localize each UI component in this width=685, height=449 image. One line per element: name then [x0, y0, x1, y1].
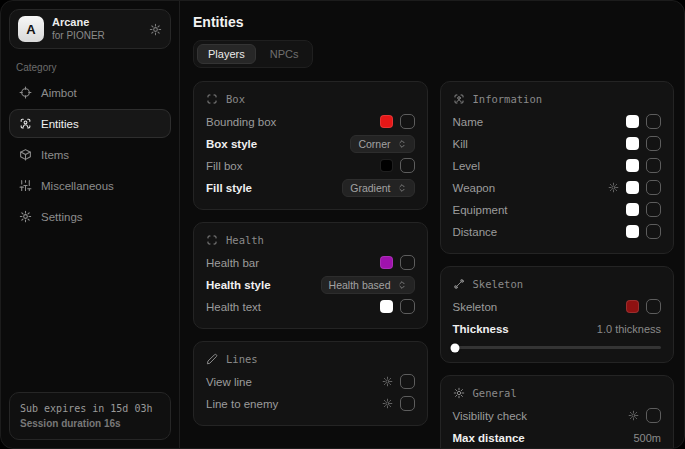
crosshair-icon	[19, 86, 32, 99]
corners-icon	[206, 93, 218, 105]
bone-icon	[453, 278, 465, 290]
subscription-info: Sub expires in 15d 03h Session duration …	[9, 392, 171, 440]
sidebar-item-items[interactable]: Items	[9, 140, 171, 169]
level-checkbox[interactable]	[646, 158, 661, 173]
sidebar-item-label: Settings	[41, 211, 83, 223]
row-name: Name	[453, 111, 662, 132]
category-label: Category	[16, 62, 164, 73]
slider-thumb[interactable]	[450, 343, 459, 352]
tab-players[interactable]: Players	[197, 44, 256, 64]
row-label: Health style	[206, 279, 271, 291]
kill-checkbox[interactable]	[646, 136, 661, 151]
person-scan-icon	[19, 117, 32, 130]
view-line-checkbox[interactable]	[400, 374, 415, 389]
section-title: Information	[473, 93, 543, 105]
app-window: A Arcane for PIONER Category AimbotEntit…	[0, 0, 685, 449]
row-label: Fill style	[206, 182, 252, 194]
name-checkbox[interactable]	[646, 114, 661, 129]
row-label: Health text	[206, 301, 261, 313]
section-title: Box	[226, 93, 245, 105]
box-style-dropdown[interactable]: Corner	[350, 135, 414, 153]
page-title: Entities	[193, 14, 674, 30]
main-panel: Entities PlayersNPCs BoxBounding boxBox …	[180, 1, 684, 448]
left-column: BoxBounding boxBox styleCornerFill boxFi…	[193, 81, 428, 426]
row-label: Bounding box	[206, 116, 276, 128]
row-label: Max distance	[453, 432, 525, 444]
gear-icon[interactable]	[628, 410, 639, 421]
row-visibility-check: Visibility check	[453, 405, 662, 426]
tab-npcs[interactable]: NPCs	[259, 44, 310, 64]
health-style-dropdown[interactable]: Health based	[321, 276, 415, 294]
row-label: Equipment	[453, 204, 508, 216]
sidebar-item-aimbot[interactable]: Aimbot	[9, 78, 171, 107]
weapon-checkbox[interactable]	[646, 180, 661, 195]
bounding-box-color-swatch[interactable]	[380, 115, 393, 128]
chevrons-up-down-icon	[397, 183, 407, 193]
row-label: Distance	[453, 226, 498, 238]
row-fill-style: Fill styleGradient	[206, 177, 415, 198]
thickness-slider[interactable]	[453, 346, 662, 349]
row-health-text: Health text	[206, 296, 415, 317]
skeleton-checkbox[interactable]	[646, 299, 661, 314]
health-bar-checkbox[interactable]	[400, 255, 415, 270]
row-label: View line	[206, 376, 252, 388]
gear-icon[interactable]	[608, 182, 619, 193]
brand-card: A Arcane for PIONER	[9, 9, 171, 49]
row-label: Box style	[206, 138, 257, 150]
equipment-color-swatch[interactable]	[626, 203, 639, 216]
row-label: Line to enemy	[206, 398, 278, 410]
level-color-swatch[interactable]	[626, 159, 639, 172]
session-duration-text: Session duration 16s	[20, 416, 160, 431]
bounding-box-checkbox[interactable]	[400, 114, 415, 129]
row-kill: Kill	[453, 133, 662, 154]
row-bounding-box: Bounding box	[206, 111, 415, 132]
sub-expires-text: Sub expires in 15d 03h	[20, 401, 160, 416]
skeleton-color-swatch[interactable]	[626, 300, 639, 313]
kill-color-swatch[interactable]	[626, 137, 639, 150]
distance-checkbox[interactable]	[646, 224, 661, 239]
line-to-enemy-checkbox[interactable]	[400, 396, 415, 411]
health-text-checkbox[interactable]	[400, 299, 415, 314]
sliders-icon	[19, 179, 32, 192]
section-header: Box	[206, 93, 415, 105]
distance-color-swatch[interactable]	[626, 225, 639, 238]
gear-icon[interactable]	[382, 398, 393, 409]
row-view-line: View line	[206, 371, 415, 392]
name-color-swatch[interactable]	[626, 115, 639, 128]
section-header: Skeleton	[453, 278, 662, 290]
health-text-color-swatch[interactable]	[380, 300, 393, 313]
weapon-color-swatch[interactable]	[626, 181, 639, 194]
sidebar-item-label: Aimbot	[41, 87, 77, 99]
sidebar-item-entities[interactable]: Entities	[9, 109, 171, 138]
row-label: Kill	[453, 138, 468, 150]
section-title: Skeleton	[473, 278, 524, 290]
section-title: Health	[226, 234, 264, 246]
brand-name: Arcane	[52, 16, 105, 30]
fill-style-dropdown[interactable]: Gradient	[342, 179, 414, 197]
visibility-check-checkbox[interactable]	[646, 408, 661, 423]
brand-subtitle: for PIONER	[52, 30, 105, 43]
row-label: Health bar	[206, 257, 259, 269]
gear-icon[interactable]	[149, 23, 162, 36]
person-scan-icon	[453, 93, 465, 105]
gear-icon[interactable]	[382, 376, 393, 387]
fill-box-color-swatch[interactable]	[380, 159, 393, 172]
section-title: General	[473, 387, 517, 399]
equipment-checkbox[interactable]	[646, 202, 661, 217]
dropdown-value: Health based	[329, 279, 391, 291]
section-information: InformationNameKillLevelWeaponEquipmentD…	[440, 81, 675, 254]
brand-logo: A	[18, 16, 44, 42]
health-bar-color-swatch[interactable]	[380, 256, 393, 269]
sidebar-item-miscellaneous[interactable]: Miscellaneous	[9, 171, 171, 200]
row-label: Thickness	[453, 323, 509, 335]
section-box: BoxBounding boxBox styleCornerFill boxFi…	[193, 81, 428, 210]
sidebar-item-settings[interactable]: Settings	[9, 202, 171, 231]
row-weapon: Weapon	[453, 177, 662, 198]
section-header: Health	[206, 234, 415, 246]
package-icon	[19, 148, 32, 161]
max-distance-value: 500m	[633, 432, 661, 444]
dropdown-value: Gradient	[350, 182, 390, 194]
tab-group: PlayersNPCs	[193, 40, 313, 68]
fill-box-checkbox[interactable]	[400, 158, 415, 173]
row-label: Level	[453, 160, 481, 172]
